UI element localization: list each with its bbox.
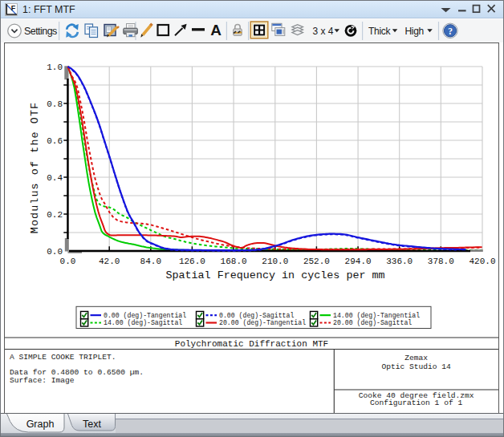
svg-text:Optic Studio 14: Optic Studio 14 bbox=[381, 362, 451, 371]
svg-text:Zemax: Zemax bbox=[404, 354, 428, 362]
svg-text:High: High bbox=[405, 26, 424, 37]
svg-text:Configuration 1 of 1: Configuration 1 of 1 bbox=[370, 399, 462, 407]
svg-text:Graph: Graph bbox=[26, 419, 55, 430]
svg-text:Thick: Thick bbox=[368, 26, 391, 37]
svg-text:3 x 4: 3 x 4 bbox=[313, 26, 334, 37]
svg-text:?: ? bbox=[448, 26, 453, 36]
svg-text:A: A bbox=[210, 22, 222, 38]
svg-text:Polychromatic Diffraction MTF: Polychromatic Diffraction MTF bbox=[175, 339, 328, 349]
svg-text:Settings: Settings bbox=[24, 26, 57, 37]
svg-text:Surface: Image: Surface: Image bbox=[10, 376, 75, 385]
svg-text:Text: Text bbox=[83, 419, 101, 430]
svg-text:F: F bbox=[11, 4, 16, 12]
svg-text:A SIMPLE COOKE TRIPLET.: A SIMPLE COOKE TRIPLET. bbox=[10, 353, 116, 362]
